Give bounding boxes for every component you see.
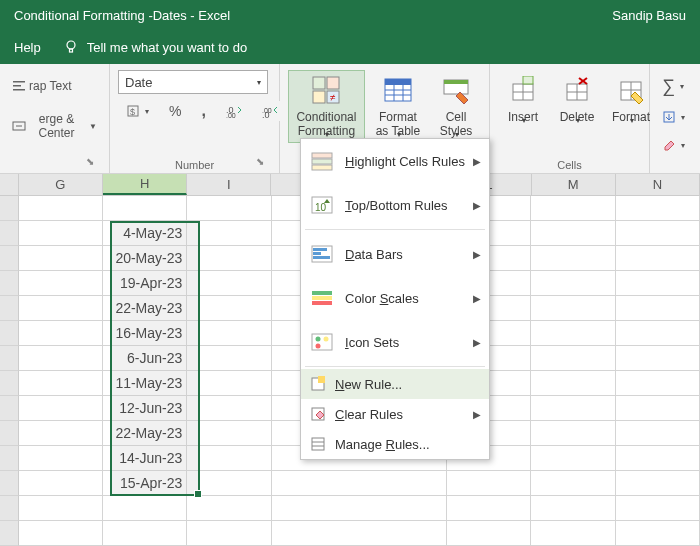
cell[interactable]: 12-Jun-23 (103, 396, 187, 421)
dialog-launcher-icon[interactable]: ⬊ (256, 156, 268, 168)
column-header[interactable]: I (187, 174, 271, 195)
conditional-formatting-button[interactable]: ≠ Conditional Formatting ▾ (288, 70, 365, 143)
cell[interactable] (531, 396, 615, 421)
menu-icon-sets[interactable]: Icon Sets ▶ (301, 320, 489, 364)
cell[interactable] (447, 496, 531, 521)
delete-button[interactable]: Delete ▾ (552, 70, 602, 129)
cell[interactable] (187, 196, 271, 221)
number-format-select[interactable]: Date ▾ (118, 70, 268, 94)
cell[interactable] (272, 471, 447, 496)
row-header[interactable] (0, 196, 19, 221)
cell[interactable] (531, 196, 615, 221)
cell[interactable] (616, 296, 700, 321)
cell[interactable] (531, 496, 615, 521)
cell[interactable] (616, 246, 700, 271)
cell[interactable]: 22-May-23 (103, 296, 187, 321)
row-header[interactable] (0, 371, 19, 396)
cell[interactable]: 15-Apr-23 (103, 471, 187, 496)
select-all-corner[interactable] (0, 174, 19, 195)
cell[interactable] (616, 396, 700, 421)
cell[interactable]: 19-Apr-23 (103, 271, 187, 296)
cell[interactable] (19, 446, 103, 471)
cell[interactable] (531, 371, 615, 396)
cell[interactable] (531, 296, 615, 321)
cell[interactable] (272, 521, 447, 546)
cell[interactable] (187, 246, 271, 271)
cell[interactable] (531, 321, 615, 346)
cell[interactable] (616, 371, 700, 396)
row-header[interactable] (0, 246, 19, 271)
percent-button[interactable]: % (165, 101, 185, 121)
format-as-table-button[interactable]: Format as Table ▾ (369, 70, 427, 143)
menu-new-rule[interactable]: New Rule... (301, 369, 489, 399)
increase-decimal-button[interactable]: .0.00 (222, 101, 246, 121)
row-header[interactable] (0, 446, 19, 471)
cell[interactable] (531, 221, 615, 246)
accounting-format-button[interactable]: $▾ (122, 101, 153, 121)
cell[interactable] (531, 346, 615, 371)
menu-data-bars[interactable]: Data Bars ▶ (301, 232, 489, 276)
cell[interactable] (616, 346, 700, 371)
cell[interactable] (187, 521, 271, 546)
cell[interactable] (19, 421, 103, 446)
autosum-button[interactable]: ∑▾ (658, 74, 682, 99)
column-header[interactable]: H (103, 174, 187, 195)
cell[interactable] (187, 496, 271, 521)
cell[interactable] (187, 396, 271, 421)
cell[interactable] (187, 346, 271, 371)
menu-color-scales[interactable]: Color Scales ▶ (301, 276, 489, 320)
cell[interactable] (103, 521, 187, 546)
cell[interactable] (103, 496, 187, 521)
cell[interactable] (187, 446, 271, 471)
cell[interactable] (19, 196, 103, 221)
row-header[interactable] (0, 271, 19, 296)
cell[interactable] (19, 396, 103, 421)
cell[interactable] (19, 271, 103, 296)
cell[interactable] (187, 371, 271, 396)
cell[interactable] (531, 446, 615, 471)
help-tab[interactable]: Help (14, 40, 41, 55)
cell[interactable] (447, 521, 531, 546)
cell[interactable] (616, 321, 700, 346)
cell[interactable] (531, 271, 615, 296)
cell[interactable] (616, 421, 700, 446)
tell-me-search[interactable]: Tell me what you want to do (63, 39, 247, 55)
cell[interactable] (616, 521, 700, 546)
cell[interactable] (531, 521, 615, 546)
cell[interactable] (19, 296, 103, 321)
dialog-launcher-icon[interactable]: ⬊ (86, 156, 98, 168)
cell[interactable]: 14-Jun-23 (103, 446, 187, 471)
cell[interactable] (187, 296, 271, 321)
cell[interactable] (616, 446, 700, 471)
wrap-text-button[interactable]: rap Text (8, 76, 101, 96)
cell[interactable] (616, 221, 700, 246)
cell[interactable] (19, 346, 103, 371)
format-button[interactable]: Format ▾ (606, 70, 656, 129)
cell[interactable] (187, 421, 271, 446)
row-header[interactable] (0, 421, 19, 446)
column-header[interactable]: N (616, 174, 700, 195)
cell[interactable] (187, 271, 271, 296)
menu-manage-rules[interactable]: Manage Rules... (301, 429, 489, 459)
cell[interactable] (103, 196, 187, 221)
cell[interactable] (272, 496, 447, 521)
row-header[interactable] (0, 221, 19, 246)
cell-styles-button[interactable]: Cell Styles ▾ (431, 70, 481, 143)
cell[interactable]: 11-May-23 (103, 371, 187, 396)
menu-top-bottom-rules[interactable]: 10 Top/Bottom Rules ▶ (301, 183, 489, 227)
cell[interactable] (616, 496, 700, 521)
comma-button[interactable]: , (197, 100, 209, 122)
cell[interactable] (616, 271, 700, 296)
row-header[interactable] (0, 396, 19, 421)
cell[interactable] (447, 471, 531, 496)
insert-button[interactable]: Insert ▾ (498, 70, 548, 129)
row-header[interactable] (0, 346, 19, 371)
row-header[interactable] (0, 496, 19, 521)
fill-button[interactable]: ▾ (658, 107, 682, 127)
cell[interactable] (187, 471, 271, 496)
cell[interactable] (19, 246, 103, 271)
cell[interactable] (531, 471, 615, 496)
cell[interactable]: 16-May-23 (103, 321, 187, 346)
cell[interactable] (187, 321, 271, 346)
cell[interactable] (531, 421, 615, 446)
